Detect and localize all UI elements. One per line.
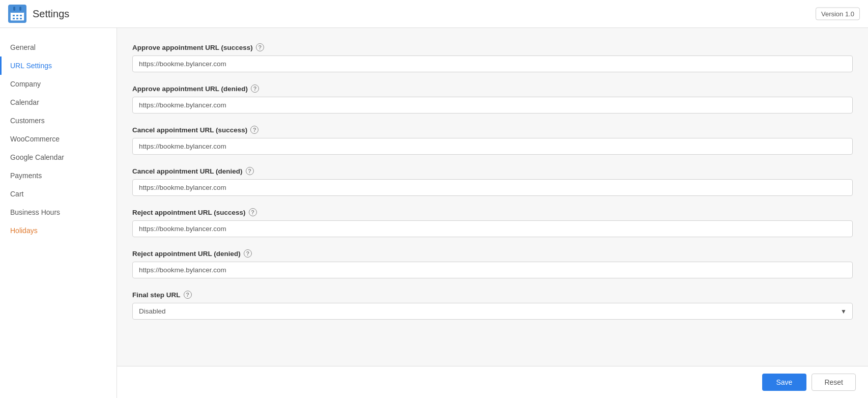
svg-rect-9: [20, 18, 22, 19]
form-group-cancel-denied: Cancel appointment URL (denied) ?: [132, 167, 853, 196]
label-final-step: Final step URL ?: [132, 291, 853, 299]
sidebar-item-customers[interactable]: Customers: [0, 111, 117, 130]
svg-rect-8: [16, 18, 18, 19]
help-icon-reject-denied[interactable]: ?: [244, 249, 252, 258]
input-cancel-success[interactable]: [132, 138, 853, 155]
version-badge: Version 1.0: [816, 8, 860, 20]
main-layout: General URL Settings Company Calendar Cu…: [0, 28, 868, 398]
form-group-final-step: Final step URL ? Disabled Enabled ▼: [132, 291, 853, 320]
input-approve-success[interactable]: [132, 55, 853, 72]
sidebar-item-calendar[interactable]: Calendar: [0, 93, 117, 111]
sidebar-item-holidays[interactable]: Holidays: [0, 221, 117, 240]
reset-button[interactable]: Reset: [812, 374, 856, 391]
save-button[interactable]: Save: [762, 374, 807, 391]
input-reject-success[interactable]: [132, 220, 853, 237]
label-approve-denied: Approve appointment URL (denied) ?: [132, 84, 853, 93]
sidebar-item-payments[interactable]: Payments: [0, 166, 117, 185]
help-icon-cancel-success[interactable]: ?: [250, 126, 258, 134]
page-title: Settings: [33, 8, 69, 20]
sidebar-item-general[interactable]: General: [0, 38, 117, 56]
svg-rect-3: [19, 7, 21, 11]
header: Settings Version 1.0: [0, 0, 868, 28]
help-icon-approve-denied[interactable]: ?: [251, 84, 259, 93]
select-wrapper-final-step: Disabled Enabled ▼: [132, 303, 853, 320]
label-cancel-success: Cancel appointment URL (success) ?: [132, 126, 853, 134]
sidebar-item-business-hours[interactable]: Business Hours: [0, 203, 117, 221]
label-reject-success: Reject appointment URL (success) ?: [132, 208, 853, 216]
form-group-approve-success: Approve appointment URL (success) ?: [132, 43, 853, 72]
label-cancel-denied: Cancel appointment URL (denied) ?: [132, 167, 853, 175]
input-approve-denied[interactable]: [132, 97, 853, 113]
sidebar-item-company[interactable]: Company: [0, 75, 117, 93]
svg-rect-7: [13, 18, 15, 19]
footer-buttons: Save Reset: [117, 366, 868, 398]
select-final-step[interactable]: Disabled Enabled: [132, 303, 853, 320]
app-icon: [8, 5, 26, 23]
form-group-reject-success: Reject appointment URL (success) ?: [132, 208, 853, 237]
svg-rect-2: [13, 7, 15, 11]
label-reject-denied: Reject appointment URL (denied) ?: [132, 249, 853, 258]
sidebar-item-cart[interactable]: Cart: [0, 185, 117, 203]
label-approve-success: Approve appointment URL (success) ?: [132, 43, 853, 51]
form-group-cancel-success: Cancel appointment URL (success) ?: [132, 126, 853, 155]
input-cancel-denied[interactable]: [132, 179, 853, 196]
sidebar: General URL Settings Company Calendar Cu…: [0, 28, 117, 398]
form-group-reject-denied: Reject appointment URL (denied) ?: [132, 249, 853, 278]
help-icon-approve-success[interactable]: ?: [256, 43, 264, 51]
content-area: Approve appointment URL (success) ? Appr…: [117, 28, 868, 398]
svg-rect-5: [16, 15, 18, 16]
help-icon-reject-success[interactable]: ?: [249, 208, 257, 216]
input-reject-denied[interactable]: [132, 262, 853, 278]
svg-rect-1: [10, 9, 24, 13]
svg-rect-6: [20, 15, 22, 16]
sidebar-item-url-settings[interactable]: URL Settings: [0, 56, 117, 75]
help-icon-final-step[interactable]: ?: [184, 291, 192, 299]
help-icon-cancel-denied[interactable]: ?: [246, 167, 254, 175]
form-group-approve-denied: Approve appointment URL (denied) ?: [132, 84, 853, 113]
sidebar-item-woocommerce[interactable]: WooCommerce: [0, 130, 117, 148]
sidebar-item-google-calendar[interactable]: Google Calendar: [0, 148, 117, 166]
svg-rect-4: [13, 15, 15, 16]
